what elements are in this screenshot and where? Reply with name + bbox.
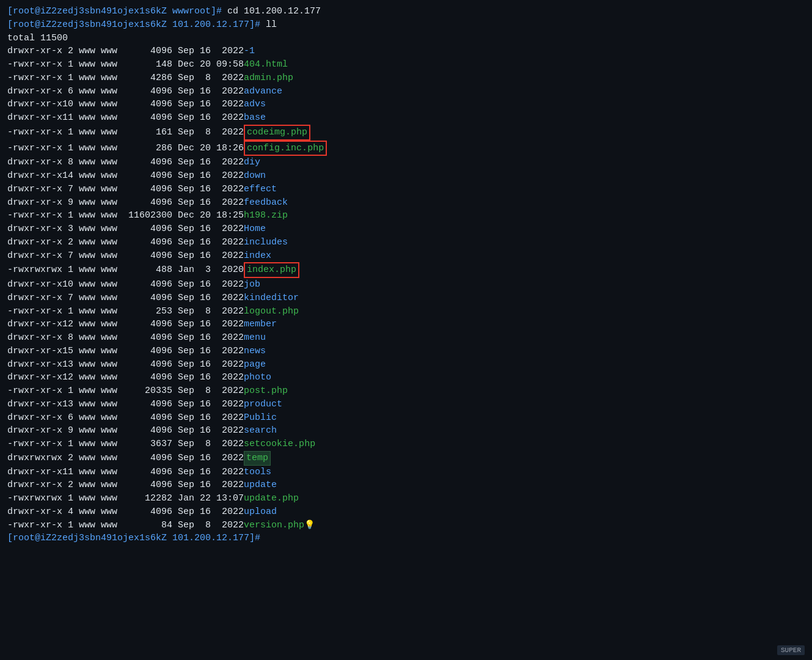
file-entry-f19: drwxr-xr-x 7 www www 4096 Sep 16 2022 ki…	[7, 292, 805, 305]
permissions: drwxr-xr-x	[7, 169, 62, 183]
permissions: drwxr-xr-x	[7, 466, 62, 479]
owner: www www	[73, 249, 117, 263]
owner: www www	[73, 438, 117, 451]
size: 4096	[117, 85, 172, 98]
file-entry-f14: drwxr-xr-x 3 www www 4096 Sep 16 2022 Ho…	[7, 222, 805, 236]
cmd-line-ll: [root@iZ2zedj3sbn491ojex1s6kZ 101.200.12…	[7, 18, 805, 32]
permissions: drwxr-xr-x	[7, 85, 62, 98]
permissions: -rwxr-xr-x	[7, 519, 62, 532]
month: Sep	[172, 358, 194, 372]
owner: www www	[73, 85, 117, 98]
permissions: -rwxr-xr-x	[7, 384, 62, 398]
file-entry-f35: drwxr-xr-x 4 www www 4096 Sep 16 2022 up…	[7, 505, 805, 519]
size: 12282	[117, 492, 172, 505]
file-entry-f5: drwxr-xr-x10 www www 4096 Sep 16 2022 ad…	[7, 98, 805, 111]
yeartime: 2022	[211, 222, 244, 236]
permissions: drwxr-xr-x	[7, 278, 62, 292]
file-name: admin.php	[244, 72, 293, 85]
links: 4	[62, 505, 73, 519]
owner: www www	[73, 45, 117, 58]
prompt-end-line: [root@iZ2zedj3sbn491ojex1s6kZ 101.200.12…	[7, 532, 805, 545]
file-name: setcookie.php	[244, 438, 315, 451]
permissions: drwxr-xr-x	[7, 345, 62, 358]
day: 8	[194, 519, 211, 532]
permissions: drwxrwxrwx	[7, 452, 62, 465]
month: Jan	[172, 492, 194, 505]
month: Sep	[172, 411, 194, 425]
yeartime: 2022	[211, 452, 244, 465]
day: 16	[194, 111, 211, 125]
day: 16	[194, 278, 211, 292]
links: 2	[62, 479, 73, 492]
size: 148	[117, 58, 172, 72]
size: 20335	[117, 384, 172, 398]
permissions: drwxr-xr-x	[7, 424, 62, 438]
day: 8	[194, 72, 211, 85]
size: 4096	[117, 318, 172, 331]
highlighted-name: index.php	[244, 262, 299, 278]
permissions: -rwxrwxrwx	[7, 492, 62, 505]
prompt-cd: [root@iZ2zedj3sbn491ojex1s6kZ wwwroot]#	[7, 5, 227, 18]
file-entry-f16: drwxr-xr-x 7 www www 4096 Sep 16 2022 in…	[7, 249, 805, 263]
file-name: h198.zip	[244, 209, 288, 222]
permissions: -rwxr-xr-x	[7, 305, 62, 318]
yeartime: 13:07	[211, 492, 244, 505]
day: 8	[194, 126, 211, 139]
size: 161	[117, 126, 172, 139]
day: 8	[194, 384, 211, 398]
month: Sep	[172, 126, 194, 139]
day: 16	[194, 411, 211, 425]
cmd-ll-text: ll	[266, 18, 277, 32]
file-name: upload	[244, 505, 277, 519]
highlighted-name: config.inc.php	[244, 141, 327, 156]
links: 13	[62, 398, 73, 411]
day: 3	[194, 263, 211, 277]
owner: www www	[73, 305, 117, 318]
links: 15	[62, 345, 73, 358]
file-name: job	[244, 278, 260, 292]
size: 4096	[117, 278, 172, 292]
file-entry-f24: drwxr-xr-x13 www www 4096 Sep 16 2022 pa…	[7, 358, 805, 372]
yeartime: 2022	[211, 292, 244, 305]
links: 1	[62, 384, 73, 398]
owner: www www	[73, 479, 117, 492]
file-entry-f27: drwxr-xr-x13 www www 4096 Sep 16 2022 pr…	[7, 398, 805, 411]
links: 14	[62, 169, 73, 183]
prompt-ll: [root@iZ2zedj3sbn491ojex1s6kZ 101.200.12…	[7, 18, 266, 32]
file-list: drwxr-xr-x 2 www www 4096 Sep 16 2022 -1…	[7, 45, 805, 532]
cmd-line-cd: [root@iZ2zedj3sbn491ojex1s6kZ wwwroot]# …	[7, 5, 805, 18]
owner: www www	[73, 169, 117, 183]
file-name: logout.php	[244, 305, 299, 318]
size: 488	[117, 263, 172, 277]
month: Dec	[172, 58, 194, 72]
file-entry-f23: drwxr-xr-x15 www www 4096 Sep 16 2022 ne…	[7, 345, 805, 358]
file-entry-f9: drwxr-xr-x 8 www www 4096 Sep 16 2022 di…	[7, 156, 805, 169]
links: 1	[62, 142, 73, 155]
month: Sep	[172, 452, 194, 465]
permissions: drwxr-xr-x	[7, 98, 62, 111]
links: 1	[62, 263, 73, 277]
permissions: drwxr-xr-x	[7, 111, 62, 125]
month: Sep	[172, 371, 194, 384]
owner: www www	[73, 58, 117, 72]
yeartime: 2022	[211, 111, 244, 125]
size: 4096	[117, 111, 172, 125]
permissions: drwxr-xr-x	[7, 318, 62, 331]
yeartime: 2022	[211, 438, 244, 451]
links: 6	[62, 85, 73, 98]
file-entry-f31: drwxrwxrwx 2 www www 4096 Sep 16 2022 te…	[7, 451, 805, 466]
size: 4096	[117, 169, 172, 183]
size: 4096	[117, 398, 172, 411]
month: Sep	[172, 305, 194, 318]
file-entry-f36: -rwxr-xr-x 1 www www 84 Sep 8 2022 versi…	[7, 519, 805, 532]
yeartime: 2022	[211, 519, 244, 532]
file-name: includes	[244, 236, 288, 249]
permissions: -rwxr-xr-x	[7, 58, 62, 72]
yeartime: 2022	[211, 305, 244, 318]
yeartime: 2022	[211, 156, 244, 169]
day: 16	[194, 466, 211, 479]
owner: www www	[73, 183, 117, 196]
permissions: -rwxr-xr-x	[7, 142, 62, 155]
links: 2	[62, 452, 73, 465]
permissions: drwxr-xr-x	[7, 505, 62, 519]
